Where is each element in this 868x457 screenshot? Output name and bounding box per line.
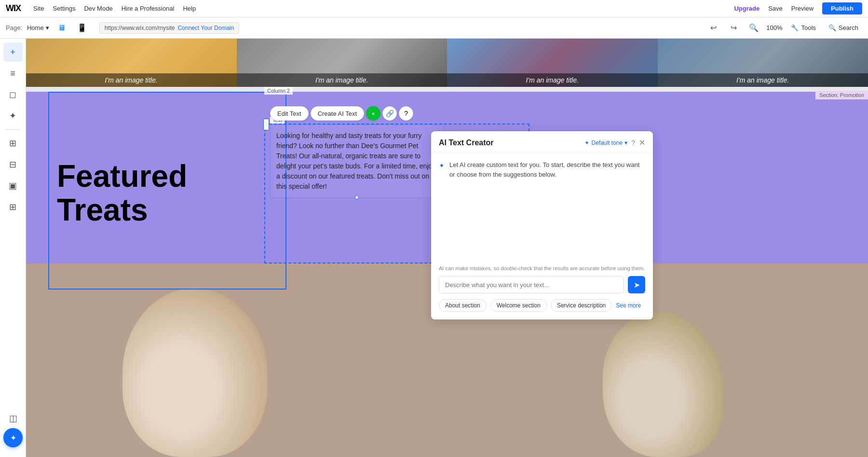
top-navbar: WIX Site Settings Dev Mode Hire a Profes… (0, 0, 868, 17)
save-button[interactable]: Save (768, 5, 783, 12)
nav-settings[interactable]: Settings (53, 5, 75, 12)
text-resize-handle[interactable] (355, 195, 359, 199)
send-icon: ➤ (634, 280, 640, 290)
sidebar-add[interactable]: + (3, 42, 23, 62)
layers-bottom-button[interactable]: ◫ (3, 409, 23, 428)
zoom-control[interactable]: 🔍 (746, 20, 761, 36)
nav-help[interactable]: Help (183, 5, 196, 12)
ai-panel-header: AI Text Creator ✦ Default tone ▾ ? ✕ (431, 131, 653, 152)
ai-close-button[interactable]: ✕ (639, 138, 645, 147)
url-bar: https://www.wix.com/mysite Connect Your … (99, 22, 240, 34)
tools-icon: 🔧 (791, 24, 799, 31)
ai-hint-icon: ✦ (439, 161, 445, 171)
page-label: Page: (6, 24, 22, 31)
gallery-title-2: I'm an image title. (237, 73, 448, 87)
suggestion-service[interactable]: Service description (551, 299, 612, 312)
upgrade-button[interactable]: Upgrade (734, 5, 760, 12)
help-icon-button[interactable]: ? (399, 106, 413, 121)
connect-domain-link[interactable]: Connect Your Domain (178, 25, 234, 31)
sidebar-grid[interactable]: ⊞ (3, 197, 23, 217)
create-ai-text-button[interactable]: Create AI Text (311, 106, 364, 121)
search-button[interactable]: 🔍 Search (825, 22, 862, 33)
sidebar-pages[interactable]: ◻ (3, 85, 23, 104)
wix-icon-button[interactable]: « (366, 106, 380, 121)
ai-input-row: ➤ (439, 276, 645, 293)
ai-suggestions: About section Welcome section Service de… (439, 299, 645, 312)
suggestion-welcome[interactable]: Welcome section (490, 299, 547, 312)
undo-button[interactable]: ↩ (705, 20, 721, 36)
column2-label: Column 2 (264, 87, 293, 95)
edit-toolbar: Edit Text Create AI Text « 🔗 ? (270, 106, 413, 121)
sidebar-divider-1 (5, 129, 21, 130)
page-selector[interactable]: Home ▾ (27, 24, 49, 31)
sidebar-blocks[interactable]: ⊟ (3, 155, 23, 174)
sidebar-media[interactable]: ▣ (3, 176, 23, 195)
tone-icon: ✦ (584, 139, 589, 146)
ai-badge-button[interactable]: ✦ (3, 428, 23, 447)
sidebar-design[interactable]: ✦ (3, 106, 23, 125)
text-block[interactable]: Looking for healthy and tasty treats for… (270, 125, 444, 198)
gallery-item-4[interactable]: I'm an image title. (658, 39, 868, 87)
ai-panel-body: ✦ Let AI create custom text for you. To … (431, 152, 653, 261)
gallery-title-3: I'm an image title. (447, 73, 658, 87)
ai-text-input[interactable] (439, 276, 624, 293)
see-more-link[interactable]: See more (616, 302, 641, 309)
column-resize-handle[interactable]: ⋮ (263, 119, 269, 130)
gallery-item-1[interactable]: I'm an image title. (26, 39, 237, 87)
mobile-view-button[interactable]: 📱 (74, 20, 90, 36)
nav-hire[interactable]: Hire a Professional (122, 5, 175, 12)
sidebar-layers[interactable]: ≡ (3, 64, 23, 83)
tools-button[interactable]: 🔧 Tools (787, 22, 819, 33)
gallery-item-2[interactable]: I'm an image title. (237, 39, 448, 87)
gallery-item-3[interactable]: I'm an image title. (447, 39, 658, 87)
gallery-strip: I'm an image title. I'm an image title. … (26, 39, 868, 87)
nav-devmode[interactable]: Dev Mode (84, 5, 112, 12)
ai-tone-selector[interactable]: ✦ Default tone ▾ (584, 139, 627, 146)
ai-send-button[interactable]: ➤ (628, 276, 645, 293)
search-icon: 🔍 (828, 24, 836, 31)
stone-shape-2 (603, 312, 723, 457)
redo-button[interactable]: ↪ (726, 20, 741, 36)
section-promotion-label: Section: Promotion (815, 91, 868, 99)
sidebar-apps[interactable]: ⊞ (3, 134, 23, 153)
ai-panel-footer: AI can make mistakes, so double-check th… (431, 261, 653, 319)
left-sidebar: + ≡ ◻ ✦ ⊞ ⊟ ▣ ⊞ (0, 39, 26, 457)
editor-canvas: I'm an image title. I'm an image title. … (26, 39, 868, 457)
zoom-level: 100% (766, 24, 782, 31)
ai-help-button[interactable]: ? (631, 139, 635, 147)
preview-button[interactable]: Preview (791, 5, 814, 12)
featured-title: Featured Treats (57, 159, 187, 227)
suggestion-about[interactable]: About section (439, 299, 487, 312)
gallery-title-4: I'm an image title. (658, 73, 868, 87)
text-content: Looking for healthy and tasty treats for… (276, 131, 437, 192)
ai-disclaimer: AI can make mistakes, so double-check th… (439, 265, 645, 271)
ai-panel-title: AI Text Creator (439, 138, 584, 147)
ai-text-creator-panel: AI Text Creator ✦ Default tone ▾ ? ✕ ✦ L… (431, 131, 653, 319)
link-icon-button[interactable]: 🔗 (382, 106, 397, 121)
publish-button[interactable]: Publish (822, 2, 862, 14)
edit-text-button[interactable]: Edit Text (270, 106, 309, 121)
desktop-view-button[interactable]: 🖥 (54, 20, 69, 36)
gallery-title-1: I'm an image title. (26, 73, 237, 87)
stone-shape-1 (122, 288, 267, 457)
second-toolbar: Page: Home ▾ 🖥 📱 https://www.wix.com/mys… (0, 17, 868, 39)
ai-hint: ✦ Let AI create custom text for you. To … (439, 160, 645, 179)
wix-logo: WIX (6, 3, 21, 14)
nav-site[interactable]: Site (33, 5, 44, 12)
